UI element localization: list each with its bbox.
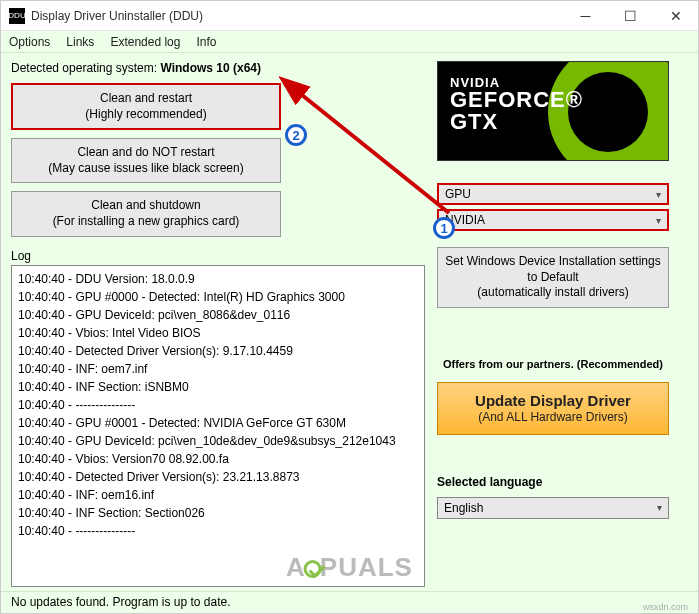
menu-links[interactable]: Links	[66, 35, 94, 49]
set-default-line1: Set Windows Device Installation settings	[442, 254, 664, 270]
log-line: 10:40:40 - ---------------	[18, 396, 418, 414]
log-textarea[interactable]: 10:40:40 - DDU Version: 18.0.0.910:40:40…	[11, 265, 425, 587]
set-default-line3: (automatically install drivers)	[442, 285, 664, 301]
device-type-select[interactable]: GPU ▾	[437, 183, 669, 205]
update-line1: Update Display Driver	[442, 391, 664, 411]
window-title: Display Driver Uninstaller (DDU)	[31, 9, 563, 23]
detected-os: Detected operating system: Windows 10 (x…	[11, 61, 425, 75]
offers-label: Offers from our partners. (Recommended)	[437, 358, 669, 370]
update-line2: (And ALL Hardware Drivers)	[442, 410, 664, 426]
log-line: 10:40:40 - Detected Driver Version(s): 2…	[18, 468, 418, 486]
clean-shutdown-line1: Clean and shutdown	[20, 198, 272, 214]
annotation-marker-1: 1	[433, 217, 455, 239]
chevron-down-icon: ▾	[656, 215, 661, 226]
left-panel: Detected operating system: Windows 10 (x…	[11, 61, 425, 587]
set-default-line2: to Default	[442, 270, 664, 286]
minimize-button[interactable]: ─	[563, 1, 608, 31]
annotation-marker-2: 2	[285, 124, 307, 146]
log-line: 10:40:40 - DDU Version: 18.0.0.9	[18, 270, 418, 288]
app-window: DDU Display Driver Uninstaller (DDU) ─ ☐…	[0, 0, 699, 614]
app-icon: DDU	[9, 8, 25, 24]
device-type-value: GPU	[445, 187, 471, 201]
menu-extended-log[interactable]: Extended log	[110, 35, 180, 49]
chevron-down-icon: ▾	[656, 189, 661, 200]
log-line: 10:40:40 - INF: oem16.inf	[18, 486, 418, 504]
language-select[interactable]: English ▾	[437, 497, 669, 519]
right-panel: NVIDIA GEFORCE® GTX GPU ▾ NVIDIA ▾ Set W…	[437, 61, 688, 587]
status-text: No updates found. Program is up to date.	[11, 595, 230, 609]
select-group: GPU ▾ NVIDIA ▾	[437, 183, 688, 231]
clean-norestart-button[interactable]: Clean and do NOT restart (May cause issu…	[11, 138, 281, 183]
vendor-select[interactable]: NVIDIA ▾	[437, 209, 669, 231]
log-line: 10:40:40 - GPU DeviceId: pci\ven_8086&de…	[18, 306, 418, 324]
log-line: 10:40:40 - GPU #0001 - Detected: NVIDIA …	[18, 414, 418, 432]
set-default-button[interactable]: Set Windows Device Installation settings…	[437, 247, 669, 308]
language-value: English	[444, 501, 483, 515]
clean-shutdown-line2: (For installing a new graphics card)	[20, 214, 272, 230]
gpu-brand-text: NVIDIA GEFORCE® GTX	[450, 76, 583, 133]
menu-options[interactable]: Options	[9, 35, 50, 49]
detected-os-value: Windows 10 (x64)	[160, 61, 261, 75]
source-watermark: wsxdn.com	[643, 602, 688, 612]
chevron-down-icon: ▾	[657, 502, 662, 513]
log-line: 10:40:40 - INF Section: Section026	[18, 504, 418, 522]
log-line: 10:40:40 - Detected Driver Version(s): 9…	[18, 342, 418, 360]
clean-norestart-line1: Clean and do NOT restart	[20, 145, 272, 161]
maximize-button[interactable]: ☐	[608, 1, 653, 31]
statusbar: No updates found. Program is up to date.	[1, 591, 698, 613]
log-line: 10:40:40 - GPU #0000 - Detected: Intel(R…	[18, 288, 418, 306]
brand-geforce: GEFORCE®	[450, 89, 583, 111]
clean-restart-line2: (Highly recommended)	[21, 107, 271, 123]
log-line: 10:40:40 - GPU DeviceId: pci\ven_10de&de…	[18, 432, 418, 450]
log-label: Log	[11, 249, 425, 263]
log-line: 10:40:40 - INF: oem7.inf	[18, 360, 418, 378]
clean-shutdown-button[interactable]: Clean and shutdown (For installing a new…	[11, 191, 281, 236]
menu-info[interactable]: Info	[196, 35, 216, 49]
gpu-brand-card: NVIDIA GEFORCE® GTX	[437, 61, 669, 161]
clean-norestart-line2: (May cause issues like black screen)	[20, 161, 272, 177]
detected-os-label: Detected operating system:	[11, 61, 160, 75]
content-area: Detected operating system: Windows 10 (x…	[1, 53, 698, 591]
brand-gtx: GTX	[450, 111, 583, 133]
titlebar: DDU Display Driver Uninstaller (DDU) ─ ☐…	[1, 1, 698, 31]
log-line: 10:40:40 - ---------------	[18, 522, 418, 540]
update-driver-button[interactable]: Update Display Driver (And ALL Hardware …	[437, 382, 669, 435]
clean-restart-line1: Clean and restart	[21, 91, 271, 107]
log-line: 10:40:40 - Vbios: Version70 08.92.00.fa	[18, 450, 418, 468]
log-line: 10:40:40 - INF Section: iSNBM0	[18, 378, 418, 396]
log-line: 10:40:40 - Vbios: Intel Video BIOS	[18, 324, 418, 342]
clean-restart-button[interactable]: Clean and restart (Highly recommended)	[11, 83, 281, 130]
language-label: Selected language	[437, 475, 669, 489]
close-button[interactable]: ✕	[653, 1, 698, 31]
menubar: Options Links Extended log Info	[1, 31, 698, 53]
